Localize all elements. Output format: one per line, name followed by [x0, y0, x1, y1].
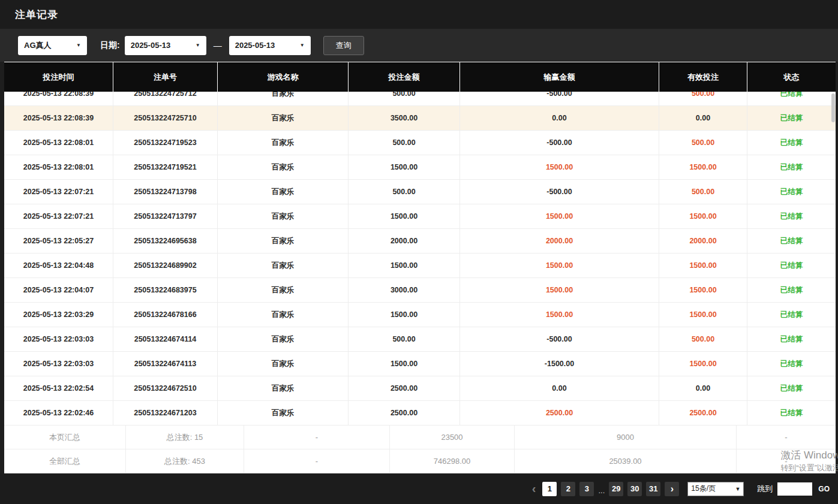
table-row[interactable]: 2025-05-13 22:03:03250513224674114百家乐500… — [4, 327, 836, 352]
page-button-2[interactable]: 2 — [561, 482, 575, 496]
bet-time-cell: 2025-05-13 22:07:21 — [4, 180, 113, 204]
summary-count-cell: 总注数: 453 — [126, 449, 244, 473]
valid-bet-cell: 500.00 — [659, 327, 747, 351]
bet-no-cell: 250513224672510 — [113, 376, 218, 400]
game-category-value: AG真人 — [24, 40, 52, 51]
bet-amount-cell: 500.00 — [349, 92, 460, 105]
table-row[interactable]: 2025-05-13 22:02:46250513224671203百家乐250… — [4, 401, 836, 425]
win-loss-cell: 2000.00 — [460, 229, 659, 253]
bet-time-cell: 2025-05-13 22:03:03 — [4, 327, 113, 351]
bet-amount-cell: 2500.00 — [349, 376, 460, 400]
game-name-cell: 百家乐 — [218, 131, 349, 155]
status-cell: 已结算 — [747, 131, 836, 155]
status-cell: 已结算 — [747, 352, 836, 376]
status-cell: 已结算 — [747, 303, 836, 327]
chevron-down-icon: ▼ — [300, 43, 305, 48]
pagination-bar: ‹123...293031› 15条/页 ▼ 跳到 GO — [0, 473, 838, 504]
valid-bet-cell: 0.00 — [659, 376, 747, 400]
summary-game-cell: - — [244, 425, 390, 449]
status-cell: 已结算 — [747, 278, 836, 302]
column-header: 注单号 — [113, 62, 218, 92]
vertical-scrollbar-thumb[interactable] — [831, 93, 835, 122]
valid-bet-cell: 1500.00 — [659, 155, 747, 179]
page-button-29[interactable]: 29 — [609, 482, 623, 496]
table-row[interactable]: 2025-05-13 22:03:03250513224674113百家乐150… — [4, 352, 836, 376]
date-to-picker[interactable]: 2025-05-13 ▼ — [229, 36, 311, 55]
bet-time-cell: 2025-05-13 22:08:39 — [4, 92, 113, 105]
next-page-button[interactable]: › — [665, 482, 679, 496]
bet-no-cell: 250513224725712 — [113, 92, 218, 105]
win-loss-cell: 0.00 — [460, 106, 659, 130]
page-button-31[interactable]: 31 — [646, 482, 660, 496]
table-row[interactable]: 2025-05-13 22:02:54250513224672510百家乐250… — [4, 376, 836, 401]
go-button[interactable]: GO — [818, 485, 830, 493]
win-loss-cell: -500.00 — [460, 92, 659, 105]
page-button-1[interactable]: 1 — [542, 482, 557, 496]
game-category-select[interactable]: AG真人 ▼ — [18, 36, 87, 55]
prev-page-button[interactable]: ‹ — [530, 482, 539, 496]
summary-label-cell: 本页汇总 — [4, 425, 126, 449]
valid-bet-cell: 500.00 — [659, 92, 747, 105]
game-name-cell: 百家乐 — [218, 303, 349, 327]
column-header: 投注金额 — [349, 62, 460, 92]
bet-time-cell: 2025-05-13 22:04:07 — [4, 278, 113, 302]
win-loss-cell: -500.00 — [460, 327, 659, 351]
pagination-ellipsis: ... — [598, 486, 605, 496]
bet-time-cell: 2025-05-13 22:07:21 — [4, 204, 113, 228]
win-loss-cell: 1500.00 — [460, 303, 659, 327]
bet-no-cell: 250513224689902 — [113, 253, 218, 277]
jump-to-page-input[interactable] — [777, 482, 812, 496]
status-cell: 已结算 — [747, 253, 836, 277]
summary-winloss-total-cell: 25039.00 — [515, 449, 737, 473]
valid-bet-cell: 2500.00 — [659, 401, 747, 425]
summary-bet-total-cell: 23500 — [390, 425, 515, 449]
bet-no-cell: 250513224719523 — [113, 131, 218, 155]
game-name-cell: 百家乐 — [218, 327, 349, 351]
status-cell: 已结算 — [747, 376, 836, 400]
bet-amount-cell: 3500.00 — [349, 106, 460, 130]
bet-time-cell: 2025-05-13 22:08:39 — [4, 106, 113, 130]
game-name-cell: 百家乐 — [218, 106, 349, 130]
table-row[interactable]: 2025-05-13 22:07:21250513224713798百家乐500… — [4, 180, 836, 204]
win-loss-cell: -1500.00 — [460, 352, 659, 376]
page-title: 注单记录 — [15, 8, 58, 22]
date-label: 日期: — [100, 40, 120, 51]
table-row[interactable]: 2025-05-13 22:07:21250513224713797百家乐150… — [4, 204, 836, 229]
query-button[interactable]: 查询 — [323, 36, 364, 55]
game-name-cell: 百家乐 — [218, 401, 349, 425]
status-cell: 已结算 — [747, 327, 836, 351]
column-header: 输赢金额 — [460, 62, 659, 92]
bet-no-cell: 250513224674113 — [113, 352, 218, 376]
game-name-cell: 百家乐 — [218, 229, 349, 253]
game-name-cell: 百家乐 — [218, 376, 349, 400]
table-row[interactable]: 2025-05-13 22:05:27250513224695638百家乐200… — [4, 229, 836, 253]
bet-amount-cell: 500.00 — [349, 180, 460, 204]
table-row[interactable]: 2025-05-13 22:04:48250513224689902百家乐150… — [4, 253, 836, 278]
table-row[interactable]: 2025-05-13 22:08:39250513224725712百家乐500… — [4, 92, 836, 106]
valid-bet-cell: 1500.00 — [659, 352, 747, 376]
page-button-3[interactable]: 3 — [579, 482, 594, 496]
table-row[interactable]: 2025-05-13 22:08:39250513224725710百家乐350… — [4, 106, 836, 131]
win-loss-cell: 0.00 — [460, 376, 659, 400]
table-row[interactable]: 2025-05-13 22:03:29250513224678166百家乐150… — [4, 303, 836, 327]
summary-winloss-total-cell: 9000 — [515, 425, 737, 449]
table-header-row: 投注时间注单号游戏名称投注金额输赢金额有效投注状态 — [4, 62, 836, 92]
game-name-cell: 百家乐 — [218, 204, 349, 228]
table-row[interactable]: 2025-05-13 22:08:01250513224719521百家乐150… — [4, 155, 836, 180]
win-loss-cell: 2500.00 — [460, 401, 659, 425]
valid-bet-cell: 500.00 — [659, 131, 747, 155]
page-size-select[interactable]: 15条/页 ▼ — [687, 482, 744, 496]
chevron-down-icon: ▼ — [196, 43, 200, 48]
valid-bet-cell: 0.00 — [659, 106, 747, 130]
table-row[interactable]: 2025-05-13 22:08:01250513224719523百家乐500… — [4, 131, 836, 155]
table-row[interactable]: 2025-05-13 22:04:07250513224683975百家乐300… — [4, 278, 836, 303]
valid-bet-cell: 1500.00 — [659, 278, 747, 302]
jump-to-label: 跳到 — [757, 484, 773, 494]
status-cell: 已结算 — [747, 106, 836, 130]
column-header: 游戏名称 — [218, 62, 349, 92]
chevron-down-icon: ▼ — [735, 486, 740, 492]
page-button-30[interactable]: 30 — [627, 482, 642, 496]
bet-amount-cell: 1500.00 — [349, 155, 460, 179]
date-from-picker[interactable]: 2025-05-13 ▼ — [125, 36, 206, 55]
valid-bet-cell: 1500.00 — [659, 253, 747, 277]
